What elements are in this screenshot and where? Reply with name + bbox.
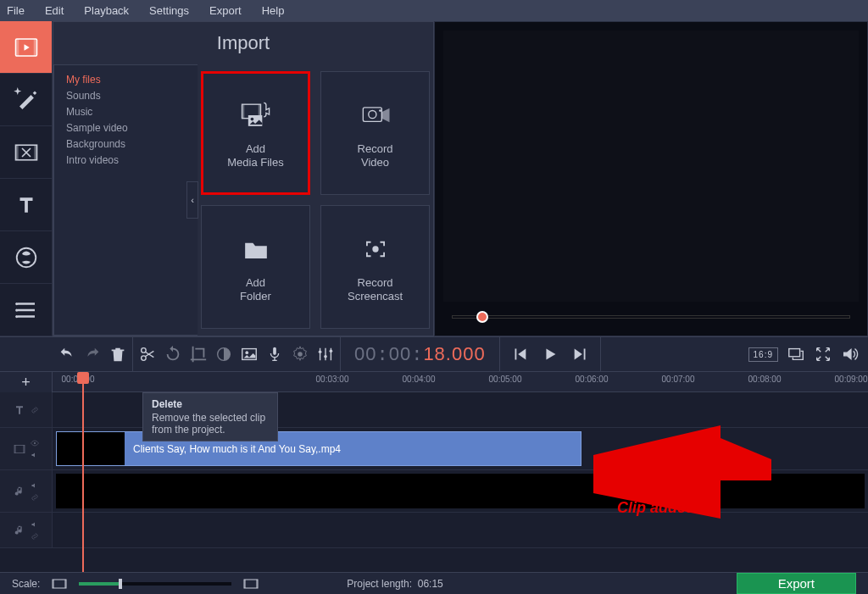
record-screencast-button[interactable]: RecordScreencast: [320, 205, 430, 329]
title-track-head[interactable]: [0, 392, 53, 427]
mic-button[interactable]: [265, 345, 284, 364]
ruler-mark: 00:07:00: [662, 375, 695, 384]
category-music[interactable]: Music: [66, 104, 198, 120]
add-media-files-button[interactable]: AddMedia Files: [201, 71, 310, 195]
sidebar-transitions[interactable]: [0, 126, 52, 179]
import-panel: Import My files Sounds Music Sample vide…: [53, 21, 434, 336]
record-video-button[interactable]: RecordVideo: [320, 71, 430, 195]
text-icon: [13, 403, 26, 417]
menu-export[interactable]: Export: [209, 4, 242, 17]
svg-rect-31: [14, 445, 16, 452]
svg-point-23: [245, 351, 248, 354]
toolbar: 00:00:18.000 16:9: [0, 336, 868, 372]
category-backgrounds[interactable]: Backgrounds: [66, 136, 198, 153]
svg-rect-11: [242, 104, 244, 119]
playhead[interactable]: [82, 372, 84, 572]
tool-sidebar: [0, 21, 53, 336]
svg-point-7: [15, 302, 18, 304]
fullscreen-button[interactable]: [814, 345, 832, 364]
clip-label: Clients Say, How much is it And You Say,…: [133, 443, 341, 455]
volume-button[interactable]: [841, 345, 860, 364]
title-track: [0, 392, 868, 428]
svg-point-8: [15, 308, 18, 311]
link-icon: [30, 492, 40, 502]
delete-tooltip: Delete Remove the selected clip from the…: [142, 392, 278, 441]
audio-track-2-head[interactable]: [0, 513, 53, 547]
svg-rect-4: [15, 145, 18, 160]
zoom-out-icon[interactable]: [52, 579, 67, 589]
svg-point-16: [368, 111, 376, 119]
link-icon: [30, 405, 40, 415]
category-my-files[interactable]: My files: [66, 72, 198, 88]
add-track-button[interactable]: +: [0, 372, 53, 392]
equalizer-button[interactable]: [316, 345, 335, 364]
svg-point-27: [324, 355, 327, 358]
speaker-icon: [30, 480, 40, 491]
redo-button[interactable]: [83, 345, 102, 364]
svg-rect-38: [244, 580, 246, 588]
ruler-mark: 00:03:00: [316, 375, 349, 384]
svg-rect-24: [273, 347, 276, 355]
aspect-ratio-button[interactable]: 16:9: [748, 347, 778, 362]
svg-point-18: [372, 246, 378, 252]
svg-point-33: [34, 442, 36, 444]
menu-settings[interactable]: Settings: [149, 4, 189, 17]
settings-button[interactable]: [291, 345, 309, 364]
svg-rect-37: [244, 580, 258, 588]
svg-point-6: [16, 247, 36, 267]
picture-button[interactable]: [240, 345, 259, 364]
category-sample-video[interactable]: Sample video: [66, 120, 198, 136]
next-frame-button[interactable]: [571, 345, 590, 364]
prev-frame-button[interactable]: [510, 345, 529, 364]
preview-seekbar[interactable]: [452, 315, 850, 319]
svg-rect-29: [789, 349, 800, 357]
export-button[interactable]: Export: [737, 573, 856, 594]
menu-playback[interactable]: Playback: [84, 4, 129, 17]
collapse-categories[interactable]: ‹: [186, 181, 198, 219]
crop-button[interactable]: [189, 345, 208, 364]
sidebar-stickers[interactable]: [0, 231, 52, 284]
ruler-mark: 00:05:00: [489, 375, 522, 384]
rotate-button[interactable]: [164, 345, 182, 364]
detach-preview-button[interactable]: [787, 345, 805, 364]
zoom-in-icon[interactable]: [243, 579, 259, 589]
ruler-mark: 00:08:00: [748, 375, 782, 384]
split-button[interactable]: [138, 345, 157, 364]
menu-edit[interactable]: Edit: [45, 4, 64, 17]
preview-seek-handle[interactable]: [476, 311, 488, 323]
category-sounds[interactable]: Sounds: [66, 88, 198, 104]
svg-point-26: [319, 350, 322, 353]
eye-icon: [30, 438, 40, 448]
sidebar-more[interactable]: [0, 284, 52, 336]
category-intro-videos[interactable]: Intro videos: [66, 153, 198, 169]
time-ruler[interactable]: 00:00:00 00:03:00 00:04:00 00:05:00 00:0…: [53, 372, 868, 391]
ruler-mark: 00:06:00: [576, 375, 609, 384]
video-clip[interactable]: Clients Say, How much is it And You Say,…: [56, 431, 581, 466]
svg-rect-2: [33, 39, 36, 56]
delete-button[interactable]: [108, 345, 127, 364]
scale-label: Scale:: [12, 578, 40, 590]
scale-slider[interactable]: [79, 582, 231, 586]
sidebar-titles[interactable]: [0, 179, 52, 231]
project-length-label: Project length: 06:15: [347, 578, 442, 590]
sidebar-import[interactable]: [0, 21, 52, 74]
add-folder-button[interactable]: AddFolder: [201, 205, 310, 329]
svg-point-9: [15, 314, 18, 317]
audio-track-head[interactable]: [0, 470, 53, 512]
color-adjust-button[interactable]: [214, 345, 233, 364]
svg-point-17: [379, 109, 381, 112]
music-note-icon: [13, 485, 26, 498]
svg-rect-32: [23, 445, 25, 452]
menu-help[interactable]: Help: [262, 4, 285, 17]
import-title: Import: [53, 22, 433, 64]
video-track-head[interactable]: [0, 428, 53, 469]
play-button[interactable]: [541, 345, 559, 364]
menu-file[interactable]: File: [7, 4, 25, 17]
import-categories: My files Sounds Music Sample video Backg…: [53, 64, 198, 336]
svg-rect-34: [53, 580, 66, 588]
status-bar: Scale: Project length: 06:15 Export: [0, 572, 868, 594]
sidebar-filters[interactable]: [0, 74, 52, 126]
preview-pane: [434, 21, 868, 336]
undo-button[interactable]: [58, 345, 76, 364]
timecode-display: 00:00:18.000: [341, 343, 499, 366]
